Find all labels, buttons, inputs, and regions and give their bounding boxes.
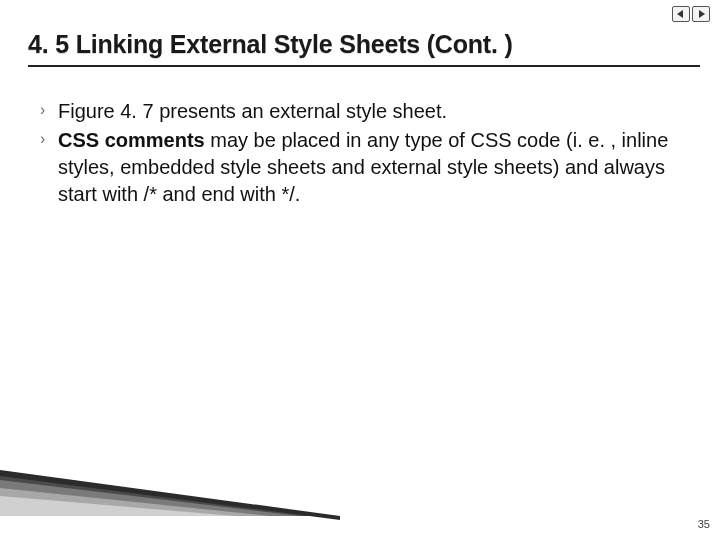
svg-marker-5 — [0, 488, 270, 516]
bullet-bold: CSS comments — [58, 129, 205, 151]
svg-marker-0 — [677, 10, 683, 18]
prev-arrow-icon — [676, 9, 686, 19]
svg-marker-3 — [0, 473, 325, 516]
svg-marker-7 — [0, 470, 340, 520]
svg-marker-6 — [0, 496, 235, 516]
svg-marker-2 — [0, 470, 340, 528]
slide-body: Figure 4. 7 presents an external style s… — [40, 98, 692, 210]
prev-button[interactable] — [672, 6, 690, 22]
bullet-text: Figure 4. 7 presents an external style s… — [58, 100, 447, 122]
next-arrow-icon — [696, 9, 706, 19]
svg-marker-4 — [0, 480, 300, 516]
svg-marker-1 — [699, 10, 705, 18]
decorative-wedge — [0, 470, 340, 528]
nav-controls — [672, 6, 710, 22]
next-button[interactable] — [692, 6, 710, 22]
slide-heading: 4. 5 Linking External Style Sheets (Cont… — [28, 30, 700, 67]
list-item: CSS comments may be placed in any type o… — [40, 127, 692, 208]
page-number: 35 — [698, 518, 710, 530]
list-item: Figure 4. 7 presents an external style s… — [40, 98, 692, 125]
